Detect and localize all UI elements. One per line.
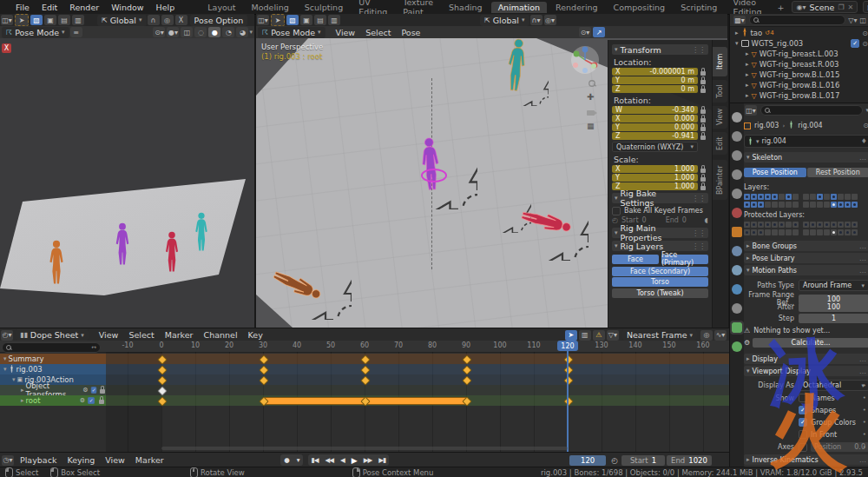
gizmos-icon[interactable]: ●▾ (167, 27, 179, 37)
filter-funnel-icon[interactable]: ▽▾ (607, 330, 619, 341)
outliner-item[interactable]: ▾WGTS_rig.003✓⊙ (730, 38, 868, 49)
layer-cell[interactable] (765, 194, 771, 200)
layer-cell[interactable] (817, 229, 823, 235)
checkbox-group-colors[interactable]: ✓ (799, 418, 807, 427)
layer-cell[interactable] (779, 222, 785, 228)
display-as-dropdown[interactable]: Octahedral▾ (799, 380, 868, 391)
lock-icon[interactable] (698, 133, 708, 140)
channel-object-transforms[interactable]: ▸Object Transforms⚙✓ (0, 385, 106, 395)
properties-tab-object-data[interactable] (732, 322, 742, 333)
editor-type-icon[interactable]: ◴▾ (1, 330, 13, 341)
n-panel-tab-edit[interactable]: Edit (713, 132, 727, 155)
rig-layer-torsotweak[interactable]: Torso (Tweak) (612, 288, 708, 298)
rig-layers-panel-header[interactable]: ▾Rig Layers⋮⋮ (612, 241, 708, 251)
lock-icon[interactable] (698, 107, 708, 114)
layer-cell[interactable] (751, 222, 757, 228)
layer-cell[interactable] (772, 229, 778, 235)
menu-render[interactable]: Render (63, 3, 105, 12)
layer-cell[interactable] (786, 202, 792, 208)
properties-tab-physics[interactable] (732, 284, 742, 295)
channel-rig-003[interactable]: ▾rig.003 (0, 364, 106, 374)
camera-view-icon[interactable] (587, 108, 595, 117)
ortho-toggle-icon[interactable]: ▦ (587, 122, 595, 130)
rig-layer-torso[interactable]: Torso (612, 277, 708, 287)
layer-cell[interactable] (817, 194, 823, 200)
select-mode-circle-icon[interactable]: ▤ (58, 15, 70, 25)
checkbox-shapes[interactable]: ✓ (799, 406, 807, 414)
lock-icon[interactable] (698, 69, 708, 76)
layer-cell[interactable] (765, 222, 771, 228)
outliner-display-mode-icon[interactable]: ▩▾ (733, 16, 746, 24)
proportional-edit-icon[interactable]: ◎▾ (544, 15, 556, 25)
fake-user-shield-icon[interactable]: ♦ (861, 137, 867, 145)
hamburger-icon[interactable]: ≡ (70, 27, 82, 37)
layer-cell[interactable] (779, 194, 785, 200)
layer-cell[interactable] (831, 202, 837, 208)
viewport-menu-select[interactable]: Select (360, 28, 396, 37)
workspace-tab-scripting[interactable]: Scripting (674, 2, 724, 13)
menu-file[interactable]: File (10, 3, 36, 12)
layer-cell[interactable] (786, 194, 792, 200)
rig-main-panel-header[interactable]: ▾Rig Main Properties⋮⋮ (612, 228, 708, 238)
select-mode-circle-icon[interactable]: ▤ (314, 15, 326, 25)
use-preview-range-icon[interactable]: ◴ (611, 456, 618, 465)
layer-cell[interactable] (772, 202, 778, 208)
layer-cell[interactable] (792, 194, 799, 200)
timeline-menu-marker[interactable]: Marker (130, 455, 169, 465)
layer-cell[interactable] (831, 194, 837, 200)
viewport-display-panel-header[interactable]: ▾Viewport Display… (744, 366, 868, 376)
n-panel-tab-item[interactable]: Item (713, 47, 727, 76)
properties-tab-bone[interactable] (732, 341, 742, 352)
rotation-w-field[interactable]: W-0.340 (612, 106, 698, 114)
workspace-tab-modeling[interactable]: Modeling (245, 2, 296, 13)
select-mode-tweak-icon[interactable]: ▧ (286, 15, 299, 25)
properties-tab-object[interactable] (732, 227, 742, 237)
pose-library-panel-header[interactable]: ▸Pose Library… (744, 253, 868, 263)
layer-cell[interactable] (817, 222, 823, 228)
menu-edit[interactable]: Edit (36, 3, 63, 12)
move-view-icon[interactable]: ✚ (587, 92, 594, 102)
playhead[interactable] (567, 351, 569, 452)
rotation-mode-dropdown[interactable]: Quaternion (WXYZ)▾ (612, 142, 698, 152)
layer-cell[interactable] (803, 194, 809, 200)
jump-to-start-button[interactable]: ▮◀ (308, 456, 322, 464)
snap-icon[interactable]: ∩ (148, 15, 160, 25)
lock-icon[interactable] (97, 397, 106, 404)
workspace-tab-rendering[interactable]: Rendering (549, 2, 605, 13)
location-y-field[interactable]: Y0 m (612, 76, 698, 84)
current-frame-field[interactable]: 120 (569, 455, 606, 466)
lock-icon[interactable] (698, 183, 708, 190)
properties-tab-render[interactable] (732, 131, 742, 142)
new-scene-icon[interactable]: ❐ (838, 3, 844, 11)
select-mode-lasso-icon[interactable]: ▥ (328, 15, 340, 25)
dope-mode-dropdown[interactable]: ▮▮ Dope Sheet▾ (16, 329, 89, 341)
play-reverse-button[interactable]: ◀ (337, 456, 348, 464)
rig-layer-facesecondary[interactable]: Face (Secondary) (612, 267, 708, 276)
layer-cell[interactable] (803, 202, 809, 208)
layer-cell[interactable] (852, 202, 858, 208)
rig-layer-faceprimary[interactable]: Face (Primary) (661, 255, 708, 264)
layer-cell[interactable] (845, 194, 851, 200)
editor-type-icon[interactable]: ◷▾ (2, 455, 14, 466)
n-panel-tab-view[interactable]: View (713, 106, 727, 129)
view-object-types-icon[interactable]: ⊙▾ (579, 27, 591, 37)
h-scrollbar[interactable] (161, 447, 568, 450)
select-mode-box-icon[interactable]: ▣ (44, 15, 56, 25)
outliner-item[interactable]: ▸tao↺4⊙ (730, 28, 868, 38)
jump-to-end-button[interactable]: ▶▮ (375, 456, 389, 464)
layer-cell[interactable] (838, 194, 844, 200)
frame-end-field[interactable]: End1020 (667, 455, 712, 466)
active-tool-icon[interactable]: ➤ (15, 14, 29, 26)
properties-tab-output[interactable] (732, 150, 742, 161)
outliner-search-input[interactable] (749, 15, 845, 25)
pivot-point-icon[interactable]: ⊙▾ (153, 27, 165, 37)
timeline-menu-keying[interactable]: Keying (62, 455, 100, 465)
expand-icon[interactable]: ▾ (735, 40, 739, 47)
layer-cell[interactable] (803, 229, 809, 235)
character-figure[interactable] (499, 38, 534, 94)
workspace-tab-compositing[interactable]: Compositing (607, 2, 673, 13)
modifier-icon[interactable]: ⚙ (82, 387, 88, 394)
layer-cell[interactable] (792, 202, 799, 208)
layer-cell[interactable] (831, 222, 837, 228)
layer-cell[interactable] (758, 202, 764, 208)
